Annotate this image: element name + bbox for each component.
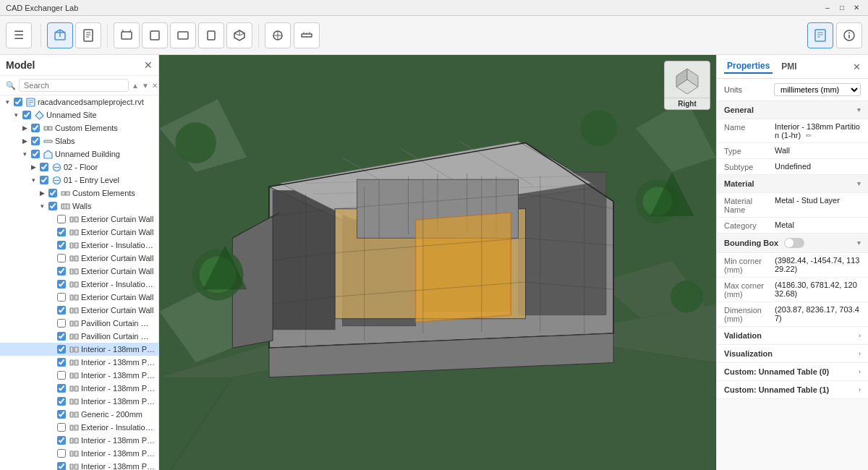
tree-checkbox[interactable] (57, 293, 66, 302)
search-clear-icon[interactable]: ✕ (152, 82, 158, 90)
tree-checkbox[interactable] (57, 254, 66, 262)
rotation-cube[interactable]: Right (664, 61, 710, 110)
tree-item-w8[interactable]: Exterior Curtain Wall (0, 304, 158, 317)
panning-button[interactable] (265, 22, 291, 48)
tree-item-w9[interactable]: Pavillion Curtain Wall (0, 317, 158, 330)
tree-item-w3[interactable]: Exterior - Insulation on M... (0, 239, 158, 252)
tree-checkbox[interactable] (31, 124, 40, 132)
tree-checkbox[interactable] (40, 163, 48, 171)
tree-item-entry[interactable]: ▾01 - Entry Level (0, 174, 158, 187)
search-input[interactable] (19, 79, 129, 92)
general-section-header[interactable]: General ▾ (717, 101, 868, 119)
tree-item-site[interactable]: ▾Unnamed Site (0, 108, 158, 121)
tree-item-walls[interactable]: ▾Walls (0, 200, 158, 213)
tree-item-w17[interactable]: Exterior - Insulation on M... (0, 421, 158, 434)
tree-item-building[interactable]: ▾Unnamed Building (0, 148, 158, 161)
isometric-view-button[interactable] (226, 22, 252, 48)
menu-button[interactable]: ☰ (6, 22, 32, 48)
top-view-button[interactable] (142, 22, 168, 48)
tree-checkbox[interactable] (57, 358, 66, 367)
properties-close-button[interactable]: ✕ (853, 61, 861, 72)
tree-expand-icon[interactable]: ▾ (12, 111, 20, 119)
material-section-header[interactable]: Material ▾ (717, 175, 868, 193)
tree-checkbox[interactable] (57, 228, 66, 236)
tree-item-w16[interactable]: Generic - 200mm (0, 408, 158, 421)
tree-expand-icon[interactable]: ▾ (38, 202, 46, 210)
tree-checkbox[interactable] (48, 202, 57, 210)
tree-item-custom2[interactable]: ▶Custom Elements (0, 187, 158, 200)
tree-item-w14[interactable]: Interior - 138mm Partition... (0, 382, 158, 395)
tab-pmi[interactable]: PMI (778, 60, 799, 73)
tree-checkbox[interactable] (57, 267, 66, 275)
tree-checkbox[interactable] (57, 319, 66, 328)
tree-item-w11[interactable]: Interior - 138mm Partition... (0, 343, 158, 356)
properties-panel-button[interactable] (807, 22, 833, 48)
tree-checkbox[interactable] (57, 423, 66, 432)
search-up-icon[interactable]: ▲ (132, 82, 139, 90)
tree-item-w2[interactable]: Exterior Curtain Wall (0, 226, 158, 239)
tree-expand-icon[interactable]: ▶ (29, 163, 38, 171)
panel-close-button[interactable]: ✕ (144, 59, 153, 71)
tree-checkbox[interactable] (57, 436, 66, 445)
tree-expand-icon[interactable]: ▾ (20, 150, 29, 158)
tree-item-w4[interactable]: Exterior Curtain Wall (0, 252, 158, 265)
bounding-box-toggle[interactable] (784, 238, 804, 248)
tree-checkbox[interactable] (57, 345, 66, 354)
tree-checkbox[interactable] (40, 176, 48, 184)
tree-expand-icon[interactable]: ▾ (3, 98, 12, 106)
tree-checkbox[interactable] (57, 410, 66, 419)
measure-button[interactable] (294, 22, 320, 48)
minimize-button[interactable]: – (822, 2, 833, 14)
maximize-button[interactable]: □ (836, 2, 848, 14)
tree-item-w10[interactable]: Pavillion Curtain Wall (0, 330, 158, 343)
tree-checkbox[interactable] (57, 280, 66, 289)
tree-checkbox[interactable] (57, 241, 66, 249)
tree-item-w7[interactable]: Exterior Curtain Wall (0, 291, 158, 304)
tree-checkbox[interactable] (57, 306, 66, 315)
tree-item-w6[interactable]: Exterior - Insulation on M... (0, 278, 158, 291)
custom-table-0-section[interactable]: Custom: Unnamed Table (0) › (717, 363, 868, 381)
tree-checkbox[interactable] (57, 449, 66, 458)
tree-checkbox[interactable] (48, 189, 57, 197)
tree-checkbox[interactable] (22, 111, 31, 119)
tree-item-w1[interactable]: Exterior Curtain Wall (0, 213, 158, 226)
tree-checkbox[interactable] (57, 332, 66, 341)
bounding-box-header[interactable]: Bounding Box ▾ (717, 234, 868, 253)
validation-section[interactable]: Validation › (717, 327, 868, 345)
3d-view-button[interactable] (47, 22, 73, 48)
name-edit-icon[interactable]: ✏ (806, 132, 812, 140)
tree-item-w12[interactable]: Interior - 138mm Partition... (0, 356, 158, 369)
tree-item-w13[interactable]: Interior - 138mm Partition... (0, 369, 158, 382)
tree-item-w15[interactable]: Interior - 138mm Partition... (0, 395, 158, 408)
tree-checkbox[interactable] (57, 384, 66, 393)
front-view-button[interactable] (170, 22, 196, 48)
tab-properties[interactable]: Properties (724, 59, 773, 74)
tree-item-slabs[interactable]: ▶Slabs (0, 134, 158, 148)
perspective-button[interactable] (114, 22, 140, 48)
tree-checkbox[interactable] (14, 98, 22, 106)
tree-item-w19[interactable]: Interior - 138mm Partition... (0, 447, 158, 460)
3d-viewport[interactable]: Right (159, 55, 716, 470)
search-down-icon[interactable]: ▼ (142, 82, 149, 90)
tree-item-w18[interactable]: Interior - 138mm Partition... (0, 434, 158, 447)
tree-item-custom1[interactable]: ▶Custom Elements (0, 121, 158, 134)
doc-view-button[interactable] (75, 22, 101, 48)
units-select[interactable]: millimeters (mm)centimeters (cm)meters (… (774, 83, 861, 96)
tree-expand-icon[interactable]: ▶ (38, 189, 46, 197)
tree-item-root[interactable]: ▾racadvancedsampleproject.rvt (0, 95, 158, 108)
custom-table-1-section[interactable]: Custom: Unnamed Table (1) › (717, 381, 868, 399)
right-view-button[interactable] (198, 22, 224, 48)
tree-checkbox[interactable] (31, 150, 40, 158)
tree-checkbox[interactable] (57, 462, 66, 470)
tree-checkbox[interactable] (57, 397, 66, 406)
pmi-button[interactable] (836, 22, 862, 48)
tree-item-w5[interactable]: Exterior Curtain Wall (0, 265, 158, 278)
visualization-section[interactable]: Visualization › (717, 345, 868, 363)
tree-checkbox[interactable] (57, 215, 66, 223)
tree-checkbox[interactable] (31, 137, 40, 145)
tree-item-w20[interactable]: Interior - 138mm Partition... (0, 460, 158, 470)
tree-expand-icon[interactable]: ▶ (20, 124, 29, 132)
tree-expand-icon[interactable]: ▶ (20, 137, 29, 145)
close-window-button[interactable]: ✕ (851, 2, 862, 14)
tree-expand-icon[interactable]: ▾ (29, 176, 38, 184)
